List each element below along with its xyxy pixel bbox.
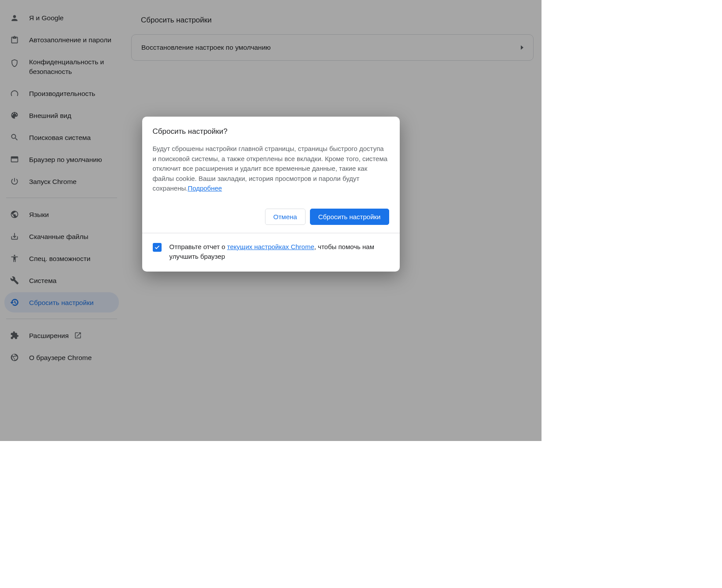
footer-text: Отправьте отчет о текущих настройках Chr… xyxy=(169,242,389,262)
dialog-description: Будут сброшены настройки главной страниц… xyxy=(153,144,389,194)
reset-dialog: Сбросить настройки? Будут сброшены настр… xyxy=(142,117,400,272)
modal-overlay[interactable]: Сбросить настройки? Будут сброшены настр… xyxy=(0,0,542,441)
dialog-title: Сбросить настройки? xyxy=(153,127,389,136)
check-icon xyxy=(154,244,160,250)
reset-confirm-button[interactable]: Сбросить настройки xyxy=(310,209,389,225)
cancel-button[interactable]: Отмена xyxy=(265,209,306,225)
dialog-footer: Отправьте отчет о текущих настройках Chr… xyxy=(142,233,400,272)
dialog-actions: Отмена Сбросить настройки xyxy=(142,202,400,233)
learn-more-link[interactable]: Подробнее xyxy=(188,184,222,192)
dialog-body: Сбросить настройки? Будут сброшены настр… xyxy=(142,117,400,202)
current-settings-link[interactable]: текущих настройках Chrome xyxy=(227,243,314,250)
footer-prefix: Отправьте отчет о xyxy=(169,243,227,250)
send-report-checkbox[interactable] xyxy=(153,243,162,252)
